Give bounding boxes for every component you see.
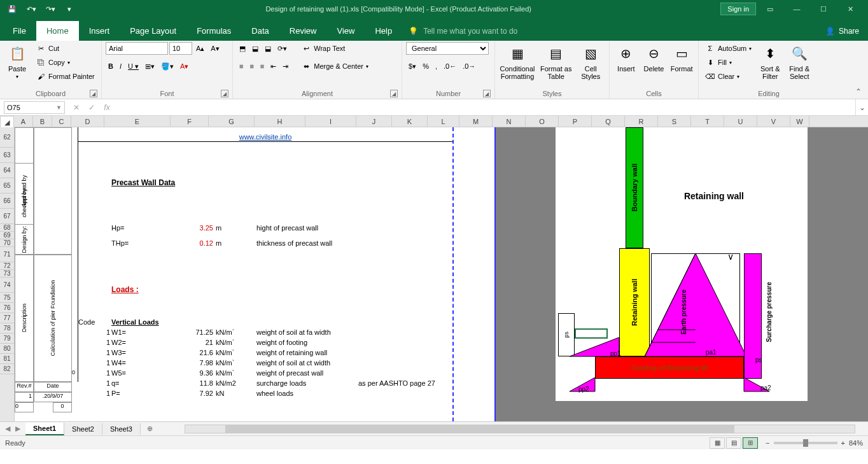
format-cells-button[interactable]: ▭Format — [669, 42, 694, 74]
indent-decrease-button[interactable]: ⇤ — [268, 60, 279, 73]
column-header[interactable]: G — [209, 116, 255, 127]
align-top-button[interactable]: ⬒ — [237, 42, 248, 55]
row-header[interactable]: 67 — [0, 209, 14, 224]
sort-filter-button[interactable]: ⬍Sort & Filter — [757, 42, 783, 81]
tell-me-input[interactable]: Tell me what you want to do — [423, 27, 517, 36]
delete-cells-button[interactable]: ⊖Delete — [641, 42, 667, 74]
number-format-select[interactable]: General — [406, 42, 489, 55]
row-header[interactable]: 69 — [0, 232, 14, 239]
sheet-nav-next-icon[interactable]: ▶ — [13, 425, 23, 433]
sheet-tab-1[interactable]: Sheet1 — [25, 423, 64, 435]
sheet-nav-prev-icon[interactable]: ◀ — [3, 425, 13, 433]
bold-button[interactable]: B — [106, 60, 116, 73]
column-header[interactable]: C — [52, 116, 71, 127]
close-icon[interactable]: ✕ — [837, 1, 863, 17]
row-header[interactable]: 74 — [0, 278, 14, 293]
clear-button[interactable]: ⌫Clear▾ — [703, 70, 754, 83]
sign-in-button[interactable]: Sign in — [720, 3, 756, 15]
conditional-formatting-button[interactable]: ▦Conditional Formatting — [499, 42, 536, 81]
column-header[interactable]: Q — [592, 116, 625, 127]
indent-increase-button[interactable]: ⇥ — [280, 60, 291, 73]
row-header[interactable]: 77 — [0, 313, 14, 323]
tab-formulas[interactable]: Formulas — [186, 21, 241, 41]
fill-color-button[interactable]: 🪣▾ — [158, 60, 176, 73]
font-launcher-icon[interactable]: ◢ — [221, 90, 228, 97]
border-button[interactable]: ⊞▾ — [143, 60, 157, 73]
save-icon[interactable]: 💾 — [5, 2, 19, 16]
tab-help[interactable]: Help — [365, 21, 402, 41]
row-header[interactable]: 64 — [0, 163, 14, 178]
row-header[interactable]: 73 — [0, 270, 14, 278]
decrease-font-button[interactable]: A▾ — [208, 42, 221, 55]
insert-cells-button[interactable]: ⊕Insert — [613, 42, 639, 74]
row-header[interactable]: 81 — [0, 354, 14, 364]
wrap-text-button[interactable]: ↩Wrap Text — [298, 42, 371, 55]
fill-button[interactable]: ⬇Fill▾ — [703, 56, 754, 69]
paste-button[interactable]: 📋Paste▾ — [4, 42, 31, 81]
ribbon-display-icon[interactable]: ▭ — [757, 1, 783, 17]
row-header[interactable]: 76 — [0, 303, 14, 313]
row-header[interactable]: 71 — [0, 247, 14, 262]
align-middle-button[interactable]: ⬓ — [249, 42, 261, 55]
redo-icon[interactable]: ↷▾ — [43, 2, 57, 16]
tab-data[interactable]: Data — [241, 21, 279, 41]
normal-view-button[interactable]: ▦ — [710, 437, 725, 449]
tab-view[interactable]: View — [326, 21, 365, 41]
column-header[interactable]: H — [255, 116, 305, 127]
add-sheet-button[interactable]: ⊕ — [141, 425, 159, 433]
alignment-launcher-icon[interactable]: ◢ — [390, 90, 398, 97]
column-header[interactable]: O — [526, 116, 559, 127]
row-header[interactable]: 79 — [0, 334, 14, 344]
tab-review[interactable]: Review — [279, 21, 327, 41]
accounting-format-button[interactable]: $▾ — [406, 60, 419, 73]
column-header[interactable]: F — [171, 116, 209, 127]
zoom-slider[interactable] — [774, 442, 837, 444]
font-color-button[interactable]: A▾ — [178, 60, 191, 73]
row-header[interactable]: 75 — [0, 293, 14, 303]
sheet-tab-2[interactable]: Sheet2 — [64, 423, 102, 435]
row-header[interactable]: 63 — [0, 148, 14, 163]
number-launcher-icon[interactable]: ◢ — [483, 90, 491, 97]
cell-styles-button[interactable]: ▧Cell Styles — [576, 42, 605, 81]
spreadsheet-grid[interactable]: ◢ ABCDEFGHIJKLMNOPQRSTUVW 62636465666768… — [0, 116, 868, 421]
sheet-tab-3[interactable]: Sheet3 — [102, 423, 141, 435]
select-all-button[interactable]: ◢ — [0, 116, 14, 129]
zoom-in-button[interactable]: + — [841, 439, 845, 447]
column-header[interactable]: N — [493, 116, 526, 127]
column-header[interactable]: I — [305, 116, 356, 127]
horizontal-scrollbar[interactable] — [185, 425, 855, 433]
maximize-icon[interactable]: ☐ — [811, 1, 836, 17]
row-header[interactable]: 66 — [0, 193, 14, 209]
column-header[interactable]: P — [559, 116, 592, 127]
accept-formula-icon[interactable]: ✓ — [84, 103, 99, 112]
formula-input[interactable] — [115, 101, 855, 114]
align-right-button[interactable]: ≡ — [258, 60, 267, 73]
row-header[interactable]: 70 — [0, 239, 14, 247]
row-header[interactable]: 65 — [0, 178, 14, 193]
comma-format-button[interactable]: , — [433, 60, 440, 73]
tab-insert[interactable]: Insert — [79, 21, 120, 41]
column-header[interactable]: B — [33, 116, 52, 127]
italic-button[interactable]: I — [117, 60, 124, 73]
font-size-select[interactable] — [169, 42, 192, 55]
column-header[interactable]: D — [71, 116, 104, 127]
undo-icon[interactable]: ↶▾ — [24, 2, 38, 16]
cut-button[interactable]: ✂Cut — [33, 42, 97, 55]
link-cell[interactable]: www.civilsite.info — [78, 132, 452, 142]
column-header[interactable]: M — [459, 116, 493, 127]
find-select-button[interactable]: 🔍Find & Select — [786, 42, 813, 81]
decrease-decimal-button[interactable]: .0→ — [460, 60, 478, 73]
tab-page-layout[interactable]: Page Layout — [120, 21, 186, 41]
merge-center-button[interactable]: ⬌Merge & Center▾ — [298, 60, 371, 73]
expand-formula-icon[interactable]: ⌄ — [855, 99, 868, 115]
align-left-button[interactable]: ≡ — [237, 60, 246, 73]
column-header[interactable]: A — [14, 116, 33, 127]
autosum-button[interactable]: ΣAutoSum▾ — [703, 42, 754, 55]
column-header[interactable]: J — [356, 116, 392, 127]
qat-customize-icon[interactable]: ▾ — [62, 2, 76, 16]
orientation-button[interactable]: ⟳▾ — [275, 42, 290, 55]
chevron-down-icon[interactable]: ▼ — [56, 104, 62, 111]
percent-format-button[interactable]: % — [420, 60, 431, 73]
share-button[interactable]: 👤Share — [816, 22, 868, 41]
underline-button[interactable]: U ▾ — [125, 60, 141, 73]
